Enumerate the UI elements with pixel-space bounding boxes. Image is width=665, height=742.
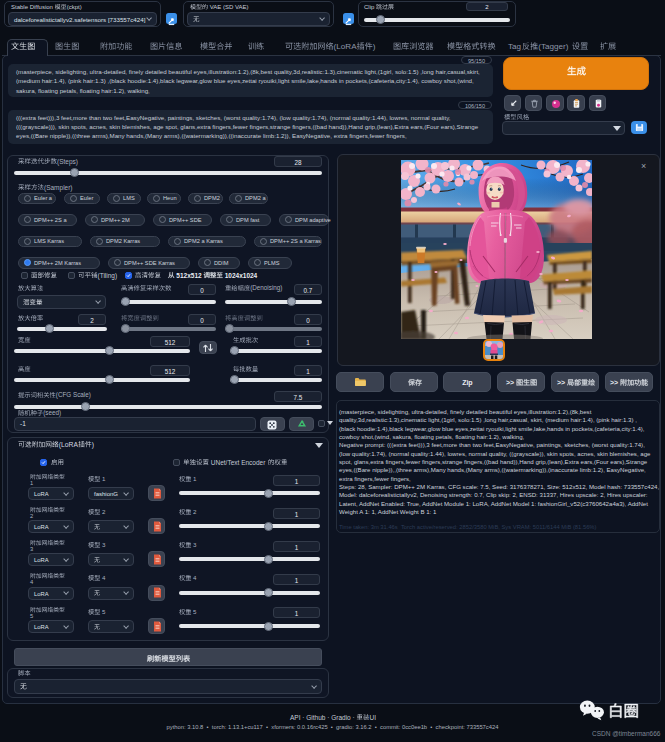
- svg-text:5: 5: [191, 608, 197, 615]
- svg-text:UNet/Text Encoder: UNet/Text Encoder: [209, 459, 267, 466]
- svg-text:5: 5: [100, 608, 106, 615]
- svg-text:(ckpt): (ckpt): [67, 4, 82, 10]
- svg-text:(Sampler): (Sampler): [44, 183, 73, 191]
- svg-text:2: 2: [30, 513, 33, 519]
- svg-text:4: 4: [191, 574, 197, 581]
- svg-text:>>: >>: [557, 379, 567, 386]
- svg-text:API · Github · Gradio ·: API · Github · Gradio ·: [290, 713, 356, 720]
- svg-text:5: 5: [30, 613, 33, 619]
- svg-text:VAE (SD VAE): VAE (SD VAE): [208, 4, 248, 10]
- svg-text:(CFG Scale): (CFG Scale): [56, 391, 91, 399]
- svg-text:3: 3: [191, 541, 197, 548]
- svg-text:1: 1: [191, 475, 197, 482]
- svg-text:>>: >>: [610, 379, 620, 386]
- svg-text:2: 2: [100, 508, 106, 515]
- svg-text:1: 1: [100, 475, 106, 482]
- svg-text:(LoRA: (LoRA: [59, 440, 79, 448]
- svg-text:4: 4: [30, 579, 34, 585]
- svg-text:3: 3: [30, 546, 33, 552]
- svg-text:UI: UI: [369, 713, 376, 720]
- svg-text:(Steps): (Steps): [57, 158, 78, 166]
- svg-text:(LoRA: (LoRA: [334, 42, 358, 51]
- svg-text:(Denoising): (Denoising): [250, 284, 282, 292]
- svg-text:3: 3: [100, 541, 106, 548]
- svg-text:>>: >>: [506, 379, 516, 386]
- svg-text:): ): [92, 440, 94, 448]
- svg-text:Tag: Tag: [508, 42, 521, 51]
- svg-text:Clip: Clip: [364, 4, 376, 10]
- svg-text:): ): [373, 42, 376, 51]
- svg-text:2: 2: [191, 508, 197, 515]
- svg-text:(Tiling): (Tiling): [97, 271, 117, 279]
- svg-text:512x512: 512x512: [175, 271, 204, 278]
- svg-text:4: 4: [100, 574, 106, 581]
- svg-text:Stable Diffusion: Stable Diffusion: [11, 4, 55, 10]
- svg-text:1: 1: [30, 480, 33, 486]
- svg-text:(Tagger): (Tagger): [538, 42, 568, 51]
- svg-text:1024x1024: 1024x1024: [223, 271, 258, 278]
